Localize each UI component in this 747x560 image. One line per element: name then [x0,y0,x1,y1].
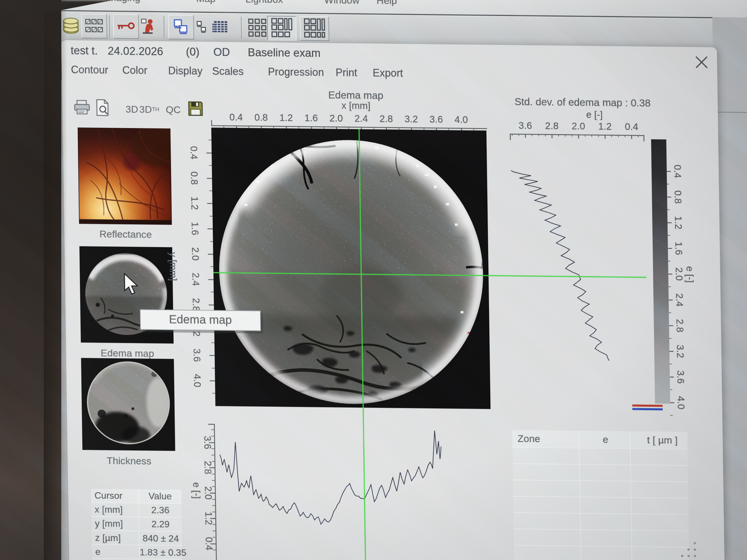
x-tick-label: 1.6 [304,113,318,124]
view-3d-th-sub: TH [152,106,159,113]
bottom-minor-tick [213,550,216,550]
bezel-shadow [44,0,67,560]
lightbox-layout-button[interactable] [267,16,297,41]
qc-button[interactable]: QC [166,102,181,118]
colorbar [651,139,670,404]
y-tick-mark [209,355,215,356]
right-tick-label: 0.4 [625,121,638,133]
view-3d-label: 3D [126,104,138,115]
zone-table-row [513,512,689,531]
cursor-table-cell: x [mm] [91,503,139,517]
colorbar-minor-tick [667,184,669,184]
cursor-table-cell: 1.83 ± 0.35 [139,545,182,559]
colorbar-tick-mark [669,351,673,352]
cursor-table-cell: 840 ± 24 [139,531,182,545]
profile-line [511,170,609,361]
colorbar-minor-tick [668,261,671,261]
colorbar-tick-mark [668,274,672,275]
toolbar-separator [241,17,242,39]
grid-view-button[interactable] [244,16,270,40]
zone-header: Zone [517,430,540,447]
y-tick-mark [208,279,213,280]
view-3d-th-label: 3D [139,104,152,115]
colorbar-tick-mark [669,325,673,326]
exam-index: (0) [186,46,200,58]
exam-window: test t. 24.02.2026 (0) OD Baseline exam … [61,40,726,560]
x-tick-label: 1.2 [279,112,293,124]
floppy-icon [188,101,203,119]
colorbar-tick-label: 2.4 [674,293,685,306]
print-button[interactable] [74,100,91,117]
colorbar-minor-tick [669,338,671,339]
y-minor-tick [209,140,211,140]
lightbox-layout-alt-button[interactable] [300,16,329,41]
menu-item-window[interactable]: Window [324,0,360,6]
zone-table-header: Zone e t [ µm ] [512,430,688,449]
colorbar-tick-label: 2.8 [674,319,686,332]
close-button[interactable] [693,53,711,71]
x-tick-label: 4.0 [454,114,468,126]
cursor-table-cell: y [mm] [91,517,139,531]
right-tick-label: 2.0 [572,121,585,132]
window-menu-contour[interactable]: Contour [71,63,108,76]
zone-table: Zone e t [ µm ] [512,430,689,560]
horizontal-profile-plot [215,425,509,560]
view-3d-button[interactable]: 3D [126,101,138,117]
window-menu-display[interactable]: Display [168,65,203,77]
bottom-minor-tick [211,449,214,449]
cursor-table-header-cell: Cursor [91,489,139,503]
patient-list-button[interactable] [81,14,107,38]
y-minor-tick [211,292,213,292]
y-tick-label: 2.4 [190,272,201,286]
y-tick-mark [207,178,212,179]
save-button[interactable] [188,102,203,118]
printer-icon [74,100,91,117]
bottom-minor-tick [212,525,215,525]
menu-item-lightbox[interactable]: Lightbox [246,0,283,5]
colorbar-minor-tick [667,209,670,210]
window-menu-progression[interactable]: Progression [268,65,324,78]
mouse-cursor-icon [122,273,143,297]
cursor-table-header-cell: Value [138,489,181,503]
bottom-minor-tick [212,486,215,487]
y-tick-label: 1.2 [189,196,201,210]
colorbar-tick-mark [668,222,672,223]
window-menu-print[interactable]: Print [336,66,357,79]
window-menu-color[interactable]: Color [122,64,148,77]
edema-map-canvas[interactable] [211,128,490,409]
colorbar-tick-mark [669,299,673,300]
cursor-table-row: e1.83 ± 0.35 [92,545,182,560]
cursor-table-row: z [µm]840 ± 24 [92,531,182,546]
colorbar-tick-label: 2.0 [673,267,685,281]
user-button[interactable] [135,14,161,39]
y-minor-tick [209,216,212,216]
photo-of-screen: { "colors": { "crosshair_green": "#3ddc3… [0,0,747,560]
cursor-table-row: x [mm]2.36 [91,503,182,518]
thickness-thumbnail[interactable] [81,358,175,451]
window-menu-export[interactable]: Export [372,67,403,79]
y-minor-tick [209,165,212,166]
x-tick-label: 3.2 [405,113,418,125]
y-minor-tick [209,190,212,191]
bottom-minor-tick [211,429,214,430]
view-3d-th-button[interactable]: 3DTH [139,101,160,118]
table-view-button[interactable] [207,15,233,40]
menu-item-map[interactable]: Map [196,0,216,4]
colorbar-tick-label: 1.6 [673,242,685,255]
y-tick-label: 2.0 [190,247,201,261]
bottom-minor-tick [212,492,215,493]
patient-name: test t. [71,44,98,57]
colorbar-minor-tick [668,235,670,236]
x-tick-label: 2.4 [355,113,368,125]
cursor-value-table: CursorValuex [mm]2.36y [mm]2.29z [µm]840… [91,489,182,560]
y-tick-label: 3.6 [191,349,203,362]
window-menu-scales[interactable]: Scales [212,65,244,78]
print-preview-button[interactable] [95,101,110,117]
y-minor-tick [212,393,215,394]
reflectance-thumbnail[interactable] [78,128,172,224]
y-minor-tick [212,368,215,368]
x-tick-label: 0.4 [229,112,243,123]
colorbar-tick-label: 3.6 [675,370,686,383]
menu-item-help[interactable]: Help [377,0,397,6]
bottom-minor-tick [212,531,215,531]
